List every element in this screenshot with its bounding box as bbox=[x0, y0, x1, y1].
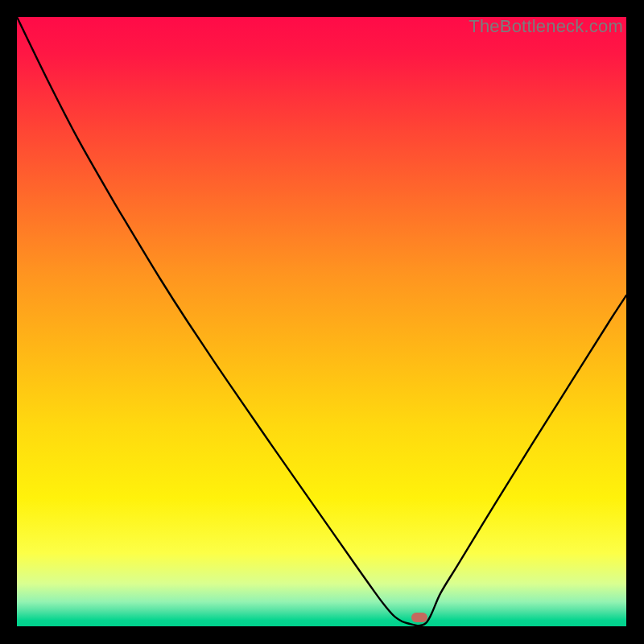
bottleneck-curve-path bbox=[17, 17, 626, 625]
chart-frame: TheBottleneck.com bbox=[0, 0, 644, 644]
curve-svg bbox=[17, 17, 626, 626]
plot-area: TheBottleneck.com bbox=[17, 17, 626, 626]
optimum-marker bbox=[411, 613, 427, 622]
